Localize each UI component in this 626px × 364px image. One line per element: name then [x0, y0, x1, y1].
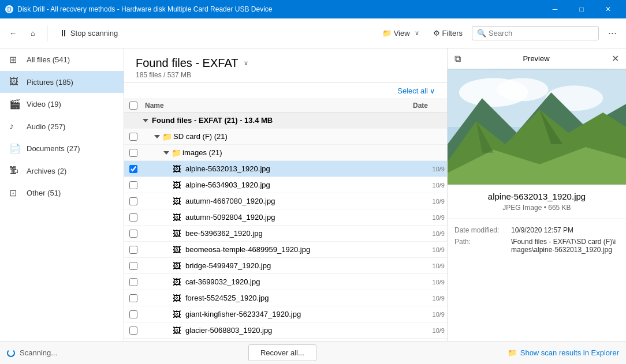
- document-icon: 📄: [9, 143, 21, 154]
- show-explorer-button[interactable]: 📁 Show scan results in Explorer: [508, 348, 619, 357]
- sd-folder-icon: 📁: [162, 132, 172, 141]
- sidebar-label: Video (19): [27, 100, 114, 108]
- minimize-button[interactable]: ─: [542, 0, 568, 18]
- sidebar-item-documents[interactable]: 📄 Documents (27): [0, 137, 124, 160]
- file-checkbox[interactable]: [129, 230, 137, 238]
- sidebar-item-other[interactable]: ⊡ Other (51): [0, 182, 124, 204]
- file-checkbox[interactable]: [129, 310, 137, 318]
- picture-icon: 🖼: [9, 77, 21, 87]
- images-folder-row[interactable]: 📁 images (21): [124, 145, 447, 161]
- sidebar-label: Audio (257): [27, 122, 114, 131]
- select-all-checkbox[interactable]: [129, 102, 137, 110]
- table-row[interactable]: 🖼 bee-5396362_1920.jpg 10/9: [124, 226, 447, 242]
- file-icon: 🖼: [173, 245, 181, 254]
- audio-icon: ♪: [9, 121, 21, 132]
- table-row[interactable]: 🖼 glacier-5068803_1920.jpg 10/9: [124, 322, 447, 339]
- file-list-header: Name Date: [124, 99, 447, 112]
- date-modified-label: Date modified:: [454, 226, 506, 234]
- select-all-chevron-icon: ∨: [430, 87, 435, 95]
- file-checkbox[interactable]: [129, 262, 137, 270]
- recover-all-button[interactable]: Recover all...: [248, 344, 316, 361]
- stop-scanning-label: Stop scanning: [70, 29, 118, 37]
- preview-title: Preview: [523, 54, 549, 63]
- select-all-button[interactable]: Select all ∨: [397, 87, 435, 95]
- file-icon: 🖼: [173, 277, 181, 287]
- archive-icon: 🗜: [9, 166, 21, 176]
- file-icon: 🖼: [173, 261, 181, 271]
- sidebar-label: Pictures (185): [27, 78, 114, 87]
- table-row[interactable]: 🖼 alpine-5634903_1920.jpg 10/9: [124, 177, 447, 193]
- main-layout: ⊞ All files (541) 🖼 Pictures (185) 🎬 Vid…: [0, 48, 626, 341]
- table-row[interactable]: 🖼 forest-5524525_1920.jpg 10/9: [124, 290, 447, 306]
- title-chevron-icon[interactable]: ∨: [244, 59, 248, 67]
- sd-card-checkbox[interactable]: [129, 133, 137, 141]
- table-row[interactable]: 🖼 bridge-5499497_1920.jpg 10/9: [124, 258, 447, 274]
- scanning-spinner: [7, 349, 15, 357]
- sidebar-item-audio[interactable]: ♪ Audio (257): [0, 115, 124, 137]
- home-button[interactable]: ⌂: [26, 27, 40, 40]
- other-icon: ⊡: [9, 187, 21, 198]
- preview-image: [448, 69, 626, 185]
- view-button[interactable]: 📁 View ∨: [378, 27, 424, 40]
- file-checkbox[interactable]: [129, 165, 137, 173]
- file-checkbox[interactable]: [129, 294, 137, 302]
- file-checkbox[interactable]: [129, 197, 137, 205]
- scanning-status: Scanning...: [7, 348, 57, 357]
- file-icon: 🖼: [173, 197, 181, 206]
- preview-filename: alpine-5632013_1920.jpg: [454, 192, 619, 201]
- sidebar-label: All files (541): [27, 55, 114, 64]
- file-checkbox[interactable]: [129, 213, 137, 222]
- file-count-subtitle: 185 files / 537 MB: [136, 71, 435, 79]
- restore-button[interactable]: □: [568, 0, 595, 18]
- search-input[interactable]: [489, 29, 594, 37]
- file-icon: 🖼: [173, 294, 181, 303]
- sidebar-item-pictures[interactable]: 🖼 Pictures (185): [0, 71, 124, 93]
- file-checkbox[interactable]: [129, 246, 137, 254]
- path-label: Path:: [454, 238, 506, 254]
- sd-card-row[interactable]: 📁 SD card (F) (21): [124, 129, 447, 145]
- back-button[interactable]: ←: [5, 27, 21, 40]
- folder-icon: 📁: [382, 29, 392, 37]
- preview-filetype: JPEG Image • 665 KB: [454, 204, 619, 212]
- page-title: Found files - EXFAT ∨: [136, 57, 435, 70]
- scanning-label: Scanning...: [20, 348, 57, 357]
- group-header-row[interactable]: Found files - EXFAT (21) - 13.4 MB: [124, 112, 447, 129]
- filters-button[interactable]: ⚙ Filters: [428, 27, 467, 40]
- app-icon: D: [5, 5, 14, 14]
- file-checkbox[interactable]: [129, 181, 137, 189]
- copy-icon[interactable]: ⧉: [454, 54, 461, 64]
- select-all-bar: Select all ∨: [124, 83, 447, 99]
- group-header-label: Found files - EXFAT (21) - 13.4 MB: [152, 116, 273, 125]
- table-row[interactable]: 🖼 beomeosa-temple-4689959_1920.jpg 10/9: [124, 242, 447, 258]
- file-icon: 🖼: [173, 326, 181, 335]
- images-checkbox[interactable]: [129, 149, 137, 157]
- file-checkbox[interactable]: [129, 327, 137, 335]
- table-row[interactable]: 🖼 autumn-5092804_1920.jpg 10/9: [124, 209, 447, 226]
- more-button[interactable]: ···: [603, 25, 621, 42]
- search-box: 🔍: [472, 26, 599, 40]
- content-header: Found files - EXFAT ∨ 185 files / 537 MB: [124, 48, 447, 83]
- table-row[interactable]: 🖼 alpine-5632013_1920.jpg 10/9: [124, 161, 447, 177]
- status-bar: Scanning... Recover all... 📁 Show scan r…: [0, 341, 626, 364]
- content-area: Found files - EXFAT ∨ 185 files / 537 MB…: [124, 48, 447, 341]
- file-list: Found files - EXFAT (21) - 13.4 MB 📁 SD …: [124, 112, 447, 341]
- preview-meta: Date modified: 10/9/2020 12:57 PM Path: …: [448, 219, 626, 264]
- preview-close-button[interactable]: ✕: [612, 53, 619, 64]
- window-title: Disk Drill - All recovery methods - Hard…: [17, 5, 272, 13]
- pause-button[interactable]: ⏸ Stop scanning: [54, 26, 122, 41]
- file-checkbox[interactable]: [129, 278, 137, 286]
- table-row[interactable]: 🖼 autumn-4667080_1920.jpg 10/9: [124, 193, 447, 209]
- file-icon: 🖼: [173, 310, 181, 319]
- table-row[interactable]: 🖼 cat-3699032_1920.jpg 10/9: [124, 274, 447, 290]
- sidebar-item-archives[interactable]: 🗜 Archives (2): [0, 160, 124, 182]
- search-icon: 🔍: [477, 29, 486, 37]
- sidebar-item-video[interactable]: 🎬 Video (19): [0, 93, 124, 115]
- chevron-down-icon: ∨: [415, 29, 419, 37]
- table-row[interactable]: 🖼 giant-kingfisher-5623347_1920.jpg 10/9: [124, 306, 447, 322]
- path-value: \Found files - EXFAT\SD card (F)\images\…: [511, 238, 619, 254]
- close-button[interactable]: ✕: [595, 0, 621, 18]
- sidebar-label: Other (51): [27, 189, 114, 197]
- sd-collapse-icon: [154, 135, 160, 138]
- sidebar-item-all-files[interactable]: ⊞ All files (541): [0, 48, 124, 71]
- preview-date-row: Date modified: 10/9/2020 12:57 PM: [454, 226, 619, 234]
